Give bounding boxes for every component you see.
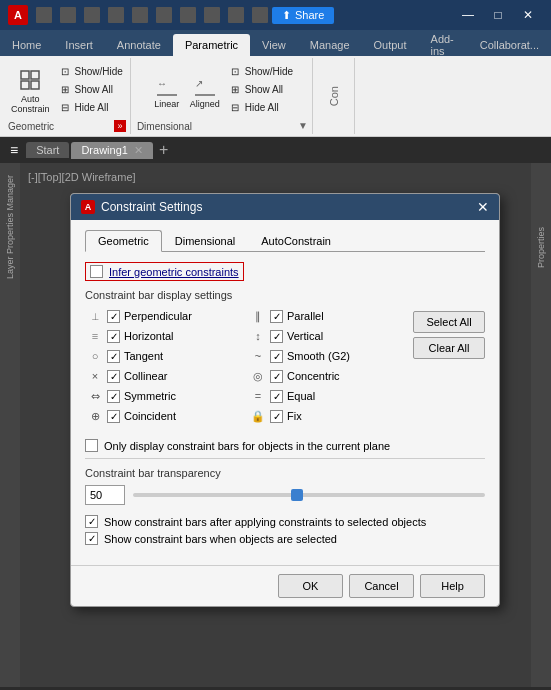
tab-insert[interactable]: Insert <box>53 34 105 56</box>
infer-label-container[interactable]: Infer geometric constraints <box>85 262 244 281</box>
layer-properties-button[interactable]: Layer Properties Manager <box>3 171 17 283</box>
help-button[interactable]: Help <box>420 574 485 598</box>
toolbar-icon-2[interactable] <box>60 7 76 23</box>
ok-button[interactable]: OK <box>278 574 343 598</box>
perpendicular-checkbox[interactable] <box>107 310 120 323</box>
dimensional-group-bottom: Dimensional ▼ <box>137 119 308 132</box>
linear-label: Linear <box>154 99 179 109</box>
add-tab-button[interactable]: + <box>155 141 172 159</box>
cancel-button[interactable]: Cancel <box>349 574 414 598</box>
show-all-geometric-button[interactable]: ⊞ Show All <box>55 82 126 98</box>
toolbar-icon-1[interactable] <box>36 7 52 23</box>
ribbon-group-dimensional: ↔ Linear ↗ Aligned ⊡ Show/Hide <box>133 58 313 134</box>
toolbar-icon-9[interactable] <box>228 7 244 23</box>
ribbon: Home Insert Annotate Parametric View Man… <box>0 30 551 137</box>
only-display-checkbox[interactable] <box>85 439 98 452</box>
maximize-button[interactable]: □ <box>483 4 513 26</box>
minimize-button[interactable]: — <box>453 4 483 26</box>
tab-view[interactable]: View <box>250 34 298 56</box>
constraint-action-buttons: Select All Clear All <box>413 307 485 433</box>
collinear-label: Collinear <box>124 370 167 382</box>
start-tab-label: Start <box>36 144 59 156</box>
show-selected-checkbox[interactable] <box>85 532 98 545</box>
infer-checkbox[interactable] <box>90 265 103 278</box>
dimensional-dropdown-icon[interactable]: ▼ <box>298 120 308 131</box>
equal-checkbox[interactable] <box>270 390 283 403</box>
tab-addins[interactable]: Add-ins <box>419 34 468 56</box>
show-hide-dimensional-label: Show/Hide <box>245 66 293 77</box>
toolbar-icon-4[interactable] <box>108 7 124 23</box>
equal-label: Equal <box>287 390 315 402</box>
dialog-title-text: Constraint Settings <box>101 200 202 214</box>
hamburger-menu[interactable]: ≡ <box>4 140 24 160</box>
toolbar-icon-8[interactable] <box>204 7 220 23</box>
dialog-titlebar: A Constraint Settings ✕ <box>71 194 499 220</box>
linear-button[interactable]: ↔ Linear <box>149 69 185 111</box>
symmetric-checkbox[interactable] <box>107 390 120 403</box>
show-all-dimensional-icon: ⊞ <box>228 83 242 97</box>
linear-icon: ↔ <box>153 71 181 99</box>
dialog-close-button[interactable]: ✕ <box>477 200 489 214</box>
constraint-coincident: ⊕ Coincident <box>85 407 244 425</box>
geometric-expand-button[interactable]: » <box>114 120 126 132</box>
constraint-tangent: ○ Tangent <box>85 347 244 365</box>
infer-row: Infer geometric constraints <box>85 262 485 281</box>
bottom-checks: Show constraint bars after applying cons… <box>85 515 485 545</box>
show-all-dimensional-button[interactable]: ⊞ Show All <box>225 82 296 98</box>
hide-all-dimensional-button[interactable]: ⊟ Hide All <box>225 100 296 116</box>
title-bar-left: A ⬆ Share <box>8 5 445 25</box>
aligned-button[interactable]: ↗ Aligned <box>187 69 223 111</box>
transparency-section: Constraint bar transparency <box>85 458 485 505</box>
drawing-tab-start[interactable]: Start <box>26 142 69 158</box>
toolbar-icon-3[interactable] <box>84 7 100 23</box>
toolbar-icon-5[interactable] <box>132 7 148 23</box>
dialog-tab-dimensional[interactable]: Dimensional <box>162 230 249 252</box>
tab-manage[interactable]: Manage <box>298 34 362 56</box>
show-hide-geometric-button[interactable]: ⊡ Show/Hide <box>55 64 126 80</box>
coincident-checkbox[interactable] <box>107 410 120 423</box>
tab-bar: ≡ Start Drawing1 ✕ + <box>0 137 551 163</box>
toolbar-icon-10[interactable] <box>252 7 268 23</box>
tab-home[interactable]: Home <box>0 34 53 56</box>
toolbar-icon-7[interactable] <box>180 7 196 23</box>
collinear-icon: × <box>87 368 103 384</box>
vertical-label: Vertical <box>287 330 323 342</box>
svg-text:↗: ↗ <box>195 78 203 89</box>
close-button[interactable]: ✕ <box>513 4 543 26</box>
vertical-checkbox[interactable] <box>270 330 283 343</box>
toolbar-icon-6[interactable] <box>156 7 172 23</box>
smooth-checkbox[interactable] <box>270 350 283 363</box>
tab-parametric[interactable]: Parametric <box>173 34 250 56</box>
tab-collaborate[interactable]: Collaborat... <box>468 34 551 56</box>
collinear-checkbox[interactable] <box>107 370 120 383</box>
tab-annotate[interactable]: Annotate <box>105 34 173 56</box>
coincident-icon: ⊕ <box>87 408 103 424</box>
clear-all-button[interactable]: Clear All <box>413 337 485 359</box>
auto-constrain-button[interactable]: AutoConstrain <box>8 64 53 116</box>
dialog-tab-geometric[interactable]: Geometric <box>85 230 162 252</box>
show-hide-dimensional-button[interactable]: ⊡ Show/Hide <box>225 64 296 80</box>
share-button[interactable]: ⬆ Share <box>272 7 334 24</box>
dimensional-group-content: ↔ Linear ↗ Aligned ⊡ Show/Hide <box>149 60 296 119</box>
tab-output[interactable]: Output <box>362 34 419 56</box>
hide-all-geometric-button[interactable]: ⊟ Hide All <box>55 100 126 116</box>
transparency-slider-thumb[interactable] <box>291 489 303 501</box>
properties-button[interactable]: Properties <box>534 223 548 272</box>
show-after-checkbox[interactable] <box>85 515 98 528</box>
select-all-button[interactable]: Select All <box>413 311 485 333</box>
ribbon-group-geometric: AutoConstrain ⊡ Show/Hide ⊞ Show All ⊟ H… <box>4 58 131 134</box>
svg-text:↔: ↔ <box>157 78 167 89</box>
drawing-tab-drawing1[interactable]: Drawing1 ✕ <box>71 142 152 159</box>
transparency-input[interactable] <box>85 485 125 505</box>
drawing1-tab-close[interactable]: ✕ <box>134 144 143 157</box>
tangent-checkbox[interactable] <box>107 350 120 363</box>
show-hide-geometric-icon: ⊡ <box>58 65 72 79</box>
svg-rect-0 <box>21 71 29 79</box>
parallel-checkbox[interactable] <box>270 310 283 323</box>
concentric-label: Concentric <box>287 370 340 382</box>
dialog-tab-autoconstrain[interactable]: AutoConstrain <box>248 230 344 252</box>
fix-checkbox[interactable] <box>270 410 283 423</box>
horizontal-checkbox[interactable] <box>107 330 120 343</box>
equal-icon: = <box>250 388 266 404</box>
concentric-checkbox[interactable] <box>270 370 283 383</box>
